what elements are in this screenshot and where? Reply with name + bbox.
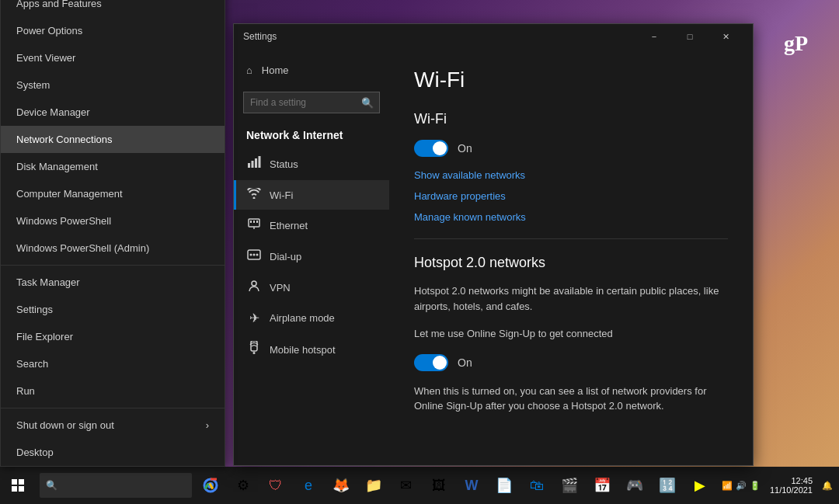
arrow-icon: › — [206, 419, 209, 431]
context-menu-item-power-options[interactable]: Power Options — [1, 17, 225, 44]
taskbar-icons: ⚙ 🛡 e 🦊 📁 ✉ 🖼 W 📄 🛍 🎬 — [195, 470, 715, 501]
wifi-icon — [246, 188, 262, 202]
nav-item-mobile-hotspot[interactable]: Mobile hotspot — [234, 333, 389, 366]
nav-item-dialup[interactable]: Dial-up — [234, 241, 389, 272]
svg-point-10 — [250, 254, 252, 256]
svg-point-12 — [256, 254, 259, 256]
taskbar-icon-games[interactable]: 🎮 — [619, 470, 650, 501]
taskbar-icon-chrome[interactable] — [195, 470, 226, 501]
svg-rect-17 — [19, 479, 24, 485]
maximize-button[interactable]: □ — [672, 24, 708, 49]
taskbar-icon-calculator[interactable]: 🔢 — [652, 470, 683, 501]
status-icon — [246, 155, 262, 172]
start-button[interactable] — [0, 467, 37, 504]
minimize-button[interactable]: − — [636, 24, 672, 49]
context-menu-item-desktop[interactable]: Desktop — [1, 439, 225, 466]
wifi-toggle[interactable] — [414, 140, 448, 157]
taskbar-icon-photos[interactable]: 🖼 — [423, 470, 454, 501]
context-menu-item-disk-management[interactable]: Disk Management — [1, 153, 225, 180]
taskbar-battery-icon[interactable]: 🔋 — [750, 481, 761, 491]
svg-rect-2 — [255, 158, 257, 168]
hotspot-toggle-label: On — [458, 356, 472, 369]
svg-point-15 — [253, 352, 256, 354]
taskbar-icon-settings[interactable]: ⚙ — [228, 470, 259, 501]
main-title: Wi-Fi — [414, 68, 728, 92]
show-available-networks-link[interactable]: Show available networks — [414, 169, 728, 181]
mobile-hotspot-icon — [246, 341, 262, 358]
taskbar-search-icon: 🔍 — [46, 480, 57, 491]
svg-rect-1 — [252, 161, 254, 168]
svg-rect-16 — [12, 479, 17, 485]
window-titlebar: Settings − □ ✕ — [234, 24, 753, 49]
clock-time: 12:45 — [770, 476, 813, 485]
svg-point-11 — [253, 254, 256, 256]
context-menu-item-settings[interactable]: Settings — [1, 296, 225, 323]
svg-rect-6 — [253, 221, 255, 223]
taskbar-icon-folder[interactable]: 📁 — [358, 470, 389, 501]
context-menu-item-powershell[interactable]: Windows PowerShell — [1, 207, 225, 235]
svg-rect-5 — [250, 221, 252, 223]
search-input[interactable] — [243, 92, 380, 113]
settings-body: ⌂ Home 🔍 Network & Internet Status — [234, 49, 753, 465]
hardware-properties-link[interactable]: Hardware properties — [414, 190, 728, 202]
close-button[interactable]: ✕ — [708, 24, 743, 49]
taskbar-icon-video[interactable]: 🎬 — [554, 470, 585, 501]
wifi-section-subtitle: Wi-Fi — [414, 111, 728, 127]
taskbar: 🔍 ⚙ 🛡 e 🦊 📁 ✉ — [0, 467, 839, 504]
taskbar-icon-firefox[interactable]: 🦊 — [326, 470, 357, 501]
section-divider — [414, 238, 728, 239]
svg-point-13 — [252, 281, 256, 286]
taskbar-network-icon[interactable]: 📶 — [722, 481, 733, 491]
taskbar-clock[interactable]: 12:45 11/10/2021 — [764, 476, 819, 495]
sidebar-search-container: 🔍 — [234, 85, 389, 120]
separator-2 — [1, 408, 225, 408]
nav-item-ethernet[interactable]: Ethernet — [234, 210, 389, 241]
dialup-icon — [246, 249, 262, 264]
settings-window: Settings − □ ✕ ⌂ Home 🔍 Network & Intern… — [233, 23, 754, 466]
hotspot-toggle[interactable] — [414, 354, 448, 371]
context-menu: Apps and Features Power Options Event Vi… — [0, 0, 225, 467]
taskbar-right: 📶 🔊 🔋 12:45 11/10/2021 🔔 — [715, 476, 839, 495]
context-menu-item-event-viewer[interactable]: Event Viewer — [1, 44, 225, 71]
sidebar-item-home[interactable]: ⌂ Home — [234, 55, 389, 85]
nav-item-airplane[interactable]: ✈ Airplane mode — [234, 303, 389, 333]
context-menu-item-shutdown[interactable]: Shut down or sign out › — [1, 412, 225, 439]
taskbar-icon-pdf[interactable]: 📄 — [489, 470, 520, 501]
home-icon: ⌂ — [246, 64, 252, 76]
context-menu-item-task-manager[interactable]: Task Manager — [1, 269, 225, 296]
context-menu-item-computer-management[interactable]: Computer Management — [1, 180, 225, 207]
context-menu-item-device-manager[interactable]: Device Manager — [1, 99, 225, 126]
taskbar-icon-store[interactable]: 🛍 — [521, 470, 552, 501]
hotspot-desc-3: When this is turned on, you can see a li… — [414, 384, 728, 414]
context-menu-item-powershell-admin[interactable]: Windows PowerShell (Admin) — [1, 235, 225, 262]
taskbar-notification-icon[interactable]: 🔔 — [822, 481, 833, 491]
hotspot-section-title: Hotspot 2.0 networks — [414, 255, 728, 271]
manage-known-networks-link[interactable]: Manage known networks — [414, 211, 728, 223]
section-title: Network & Internet — [234, 120, 389, 148]
wifi-toggle-row: On — [414, 140, 728, 157]
taskbar-search[interactable]: 🔍 — [40, 473, 192, 498]
taskbar-icon-shield[interactable]: 🛡 — [260, 470, 291, 501]
hotspot-desc-1: Hotspot 2.0 networks might be available … — [414, 283, 728, 314]
context-menu-item-run[interactable]: Run — [1, 377, 225, 405]
taskbar-icon-edge[interactable]: e — [293, 470, 324, 501]
svg-rect-3 — [259, 156, 261, 168]
taskbar-icon-word[interactable]: W — [456, 470, 487, 501]
nav-item-wifi[interactable]: Wi-Fi — [234, 180, 389, 210]
context-menu-item-file-explorer[interactable]: File Explorer — [1, 323, 225, 350]
context-menu-item-search[interactable]: Search — [1, 350, 225, 377]
context-menu-item-network-connections[interactable]: Network Connections — [1, 126, 225, 153]
svg-rect-19 — [19, 486, 24, 492]
hotspot-desc-2: Let me use Online Sign-Up to get connect… — [414, 326, 728, 342]
nav-item-vpn[interactable]: VPN — [234, 272, 389, 303]
taskbar-volume-icon[interactable]: 🔊 — [736, 481, 747, 491]
context-menu-item-apps-features[interactable]: Apps and Features — [1, 0, 225, 17]
context-menu-item-system[interactable]: System — [1, 71, 225, 99]
settings-main: Wi-Fi Wi-Fi On Show available networks H… — [389, 49, 753, 465]
taskbar-icon-mail[interactable]: ✉ — [391, 470, 422, 501]
taskbar-icon-media[interactable]: ▶ — [684, 470, 715, 501]
taskbar-icon-calendar[interactable]: 📅 — [587, 470, 618, 501]
svg-rect-7 — [256, 221, 258, 223]
window-controls: − □ ✕ — [636, 24, 743, 49]
nav-item-status[interactable]: Status — [234, 148, 389, 180]
